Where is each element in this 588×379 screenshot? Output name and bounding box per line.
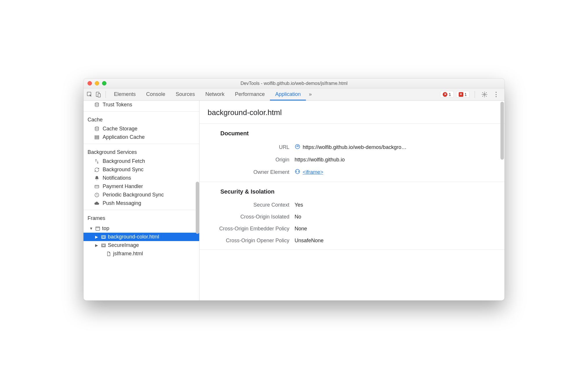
frame-secure-image[interactable]: ▶ SecureImage (84, 241, 199, 249)
database-icon (94, 126, 100, 132)
owner-link[interactable]: <iframe> (303, 169, 323, 175)
frame-title: background-color.html (199, 101, 504, 124)
sidebar-item-push-messaging[interactable]: Push Messaging (84, 199, 199, 207)
sidebar-scrollbar-thumb[interactable] (196, 182, 199, 234)
svg-rect-7 (95, 137, 99, 138)
close-window-button[interactable] (88, 81, 92, 85)
value-secure-ctx: Yes (295, 202, 303, 208)
bell-icon (94, 175, 100, 181)
error-icon: ✕ (443, 92, 447, 97)
frame-top[interactable]: ▼ top (84, 224, 199, 233)
tab-sources[interactable]: Sources (170, 88, 200, 101)
sidebar-group-frames: Frames (84, 212, 199, 223)
svg-rect-11 (96, 227, 100, 230)
device-toggle-icon[interactable] (94, 90, 103, 99)
svg-rect-13 (102, 236, 105, 238)
sidebar-item-label: Application Cache (103, 134, 145, 140)
label-coop: Cross-Origin Opener Policy (199, 238, 289, 244)
sync-icon (94, 167, 100, 173)
tab-network[interactable]: Network (200, 88, 230, 101)
frame-label: SecureImage (108, 242, 139, 248)
titlebar: DevTools - wolfib.github.io/web-demos/js… (84, 79, 504, 88)
sidebar-group-cache: Cache (84, 114, 199, 125)
sidebar-item-payment-handler[interactable]: Payment Handler (84, 182, 199, 191)
kebab-menu-icon[interactable]: ⋮ (491, 91, 501, 98)
main-scrollbar-thumb[interactable] (500, 102, 504, 160)
tab-console[interactable]: Console (141, 88, 170, 101)
tab-performance[interactable]: Performance (230, 88, 270, 101)
sidebar-item-label: Trust Tokens (103, 102, 132, 108)
svg-rect-2 (98, 94, 100, 97)
sidebar-item-cache-storage[interactable]: Cache Storage (84, 125, 199, 133)
issues-badge[interactable]: ✕ 1 (456, 91, 469, 98)
panel-body: Trust Tokens Cache Cache Storage Applica… (84, 101, 504, 300)
frame-jsiframe[interactable]: jsIframe.html (84, 249, 199, 258)
sidebar-item-application-cache[interactable]: Application Cache (84, 133, 199, 141)
sidebar-item-label: Background Sync (103, 167, 144, 173)
clock-icon (94, 192, 100, 198)
section-security: Security & Isolation (199, 182, 504, 199)
sidebar-item-label: Push Messaging (103, 200, 141, 206)
code-icon (295, 169, 300, 176)
iframe-icon (101, 234, 106, 240)
error-count: 1 (449, 92, 451, 97)
row-owner-element: Owner Element <iframe> (199, 166, 504, 179)
window-title: DevTools - wolfib.github.io/web-demos/js… (84, 81, 504, 86)
svg-point-5 (95, 127, 99, 128)
issue-count: 1 (464, 92, 467, 97)
sidebar-item-notifications[interactable]: Notifications (84, 174, 199, 182)
more-tabs-icon[interactable]: » (306, 91, 315, 97)
caret-right-icon[interactable]: ▶ (95, 235, 99, 239)
caret-down-icon[interactable]: ▼ (89, 226, 93, 231)
devtools-toolbar: Elements Console Sources Network Perform… (84, 88, 504, 101)
sidebar-item-periodic-sync[interactable]: Periodic Background Sync (84, 191, 199, 199)
caret-right-icon[interactable]: ▶ (95, 243, 99, 247)
divider (84, 144, 199, 144)
cloud-icon (94, 201, 100, 206)
row-url: URL https://wolfib.github.io/web-demos/b… (199, 141, 504, 154)
label-coi: Cross-Origin Isolated (199, 214, 289, 220)
tab-elements[interactable]: Elements (109, 88, 141, 101)
divider (199, 249, 504, 250)
svg-rect-6 (95, 136, 99, 136)
frame-details-panel[interactable]: background-color.html Document URL https… (199, 101, 504, 300)
label-url: URL (199, 144, 289, 150)
sidebar-item-bg-sync[interactable]: Background Sync (84, 165, 199, 174)
tag-icon (295, 144, 300, 151)
minimize-window-button[interactable] (95, 81, 99, 85)
inspect-element-icon[interactable] (85, 90, 94, 99)
traffic-lights (84, 81, 106, 85)
frames-tree: ▼ top ▶ background-color.html ▶ SecureIm… (84, 223, 199, 261)
value-coep: None (295, 226, 307, 232)
settings-icon[interactable] (480, 90, 489, 99)
iframe-icon (101, 243, 106, 248)
row-coop: Cross-Origin Opener Policy UnsafeNone (199, 235, 504, 247)
sidebar-item-label: Background Fetch (103, 158, 145, 164)
frame-label: top (102, 225, 109, 232)
zoom-window-button[interactable] (102, 81, 106, 85)
value-coi: No (295, 214, 301, 220)
sidebar-item-trust-tokens[interactable]: Trust Tokens (84, 101, 199, 109)
card-icon (94, 184, 100, 190)
tab-application[interactable]: Application (270, 88, 306, 101)
value-origin: https://wolfib.github.io (295, 157, 345, 163)
application-sidebar[interactable]: Trust Tokens Cache Cache Storage Applica… (84, 101, 199, 300)
sidebar-item-label: Payment Handler (103, 183, 143, 190)
divider (84, 111, 199, 112)
sidebar-item-bg-fetch[interactable]: Background Fetch (84, 157, 199, 165)
grid-icon (94, 134, 100, 140)
toolbar-right: ✕ 1 ✕ 1 ⋮ (440, 90, 503, 99)
label-origin: Origin (199, 157, 289, 163)
value-coop: UnsafeNone (295, 238, 324, 244)
divider (106, 91, 106, 98)
frame-background-color[interactable]: ▶ background-color.html (84, 233, 199, 241)
divider (475, 91, 475, 98)
svg-rect-9 (95, 185, 99, 188)
sidebar-item-label: Periodic Background Sync (103, 192, 164, 198)
errors-badge[interactable]: ✕ 1 (440, 91, 453, 98)
svg-point-4 (95, 103, 99, 104)
row-coep: Cross-Origin Embedder Policy None (199, 223, 504, 235)
window-icon (95, 226, 100, 231)
row-origin: Origin https://wolfib.github.io (199, 154, 504, 166)
divider (84, 210, 199, 210)
